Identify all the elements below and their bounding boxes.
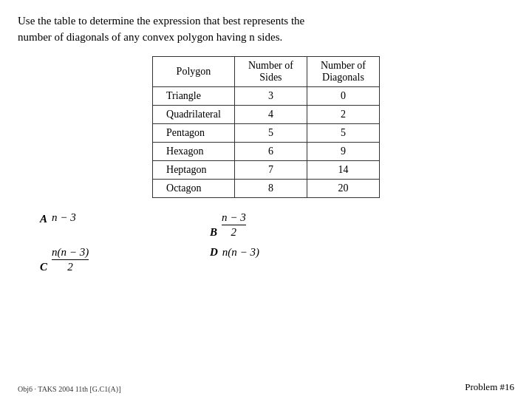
col-header-sides: Number ofSides: [234, 56, 307, 86]
table-cell: 7: [234, 160, 307, 179]
col-d: D n(n − 3): [210, 246, 417, 273]
table-cell: 2: [307, 105, 379, 123]
table-cell: 4: [234, 105, 307, 123]
table-cell: 20: [307, 179, 379, 197]
table-cell: 6: [234, 142, 307, 160]
formula-a: n − 3: [52, 211, 76, 225]
table-row: Triangle30: [153, 86, 380, 105]
page: Use the table to determine the expressio…: [0, 0, 532, 281]
col-header-polygon: Polygon: [153, 56, 235, 86]
intro-line2: number of diagonals of any convex polygo…: [18, 31, 282, 43]
col-header-diagonals: Number ofDiagonals: [307, 56, 379, 86]
table-cell: 3: [234, 86, 307, 105]
table-cell: Triangle: [153, 86, 235, 105]
table-row: Hexagon69: [153, 142, 380, 160]
b-numerator: n − 3: [222, 211, 246, 225]
label-d: D: [210, 246, 218, 259]
label-b: B: [210, 226, 217, 239]
c-numerator: n(n − 3): [52, 246, 89, 260]
problem-number: Problem #16: [465, 381, 514, 392]
table-row: Pentagon55: [153, 123, 380, 142]
problem-footer: Problem #16: [465, 381, 514, 393]
obj-text: Obj6 · TAKS 2004 11th [G.C1(A)]: [18, 385, 120, 393]
table-cell: 14: [307, 160, 379, 179]
col-a: A n − 3: [40, 211, 210, 239]
intro-text: Use the table to determine the expressio…: [18, 13, 514, 46]
answers-section: A n − 3 B n − 3 2 C n(n −: [18, 211, 514, 273]
c-denominator: 2: [67, 260, 73, 273]
table-cell: Pentagon: [153, 123, 235, 142]
formula-c: n(n − 3) 2: [52, 246, 89, 273]
obj-footer: Obj6 · TAKS 2004 11th [G.C1(A)]: [18, 385, 120, 393]
col-b: B n − 3 2: [210, 211, 417, 239]
row-cd: C n(n − 3) 2 D n(n − 3): [40, 246, 514, 273]
polygon-table: Polygon Number ofSides Number ofDiagonal…: [152, 56, 380, 198]
answer-b-block: B n − 3 2: [210, 211, 417, 239]
answer-a-block: A n − 3: [40, 211, 210, 225]
table-cell: 8: [234, 179, 307, 197]
label-a: A: [40, 213, 47, 225]
answer-c-block: C n(n − 3) 2: [40, 246, 210, 273]
table-cell: Octagon: [153, 179, 235, 197]
formula-d: n(n − 3): [222, 246, 259, 259]
table-cell: Heptagon: [153, 160, 235, 179]
table-cell: 9: [307, 142, 379, 160]
table-cell: 5: [307, 123, 379, 142]
table-cell: Quadrilateral: [153, 105, 235, 123]
table-cell: 5: [234, 123, 307, 142]
formula-b: n − 3 2: [222, 211, 246, 239]
table-row: Octagon820: [153, 179, 380, 197]
table-cell: Hexagon: [153, 142, 235, 160]
table-wrapper: Polygon Number ofSides Number ofDiagonal…: [18, 56, 514, 198]
col-c: C n(n − 3) 2: [40, 246, 210, 273]
table-cell: 0: [307, 86, 379, 105]
label-c: C: [40, 261, 47, 273]
b-denominator: 2: [231, 225, 237, 239]
table-row: Heptagon714: [153, 160, 380, 179]
answer-d-block: D n(n − 3): [210, 246, 417, 260]
table-row: Quadrilateral42: [153, 105, 380, 123]
row-ab: A n − 3 B n − 3 2: [40, 211, 514, 239]
intro-line1: Use the table to determine the expressio…: [18, 15, 304, 27]
